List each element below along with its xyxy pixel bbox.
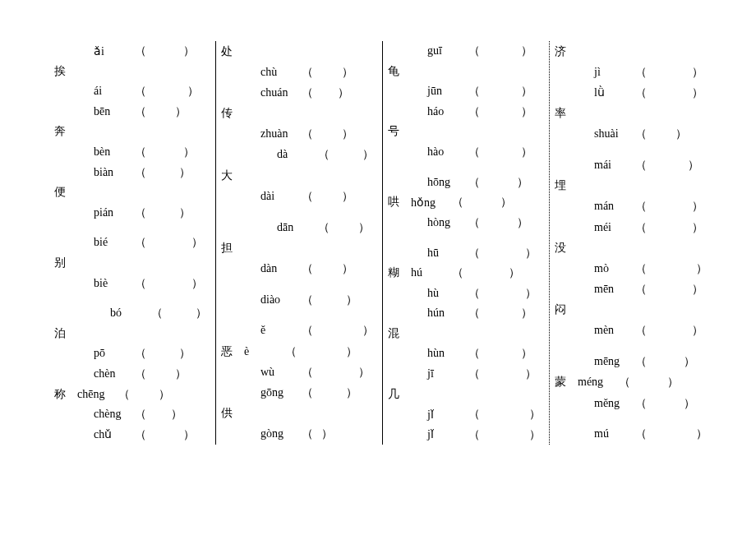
pinyin-label: ǎi <box>71 44 135 58</box>
paren-open: （ <box>468 427 480 442</box>
entry-row: hùn（） <box>383 344 541 364</box>
paren-close: ） <box>684 354 695 369</box>
paren-open: （ <box>635 65 647 80</box>
paren-open: （ <box>635 323 647 338</box>
paren-open: （ <box>302 365 313 380</box>
column-3: guī（）龟 jūn（） háo（）号 hào（） hōng（）哄hǒng（） … <box>383 41 550 445</box>
pinyin-label: chǔ <box>71 427 135 441</box>
entry-row: ǎi（） <box>49 41 207 62</box>
paren-close: ） <box>342 127 353 141</box>
pinyin-label: mú <box>571 427 635 440</box>
paren-open: （ <box>635 199 647 214</box>
paren-open: （ <box>635 396 647 411</box>
entry-row: 埋 <box>550 176 708 196</box>
paren-close: ） <box>684 396 695 411</box>
paren-open: （ <box>635 282 647 297</box>
hanzi-char: 号 <box>383 124 404 139</box>
hanzi-char: 担 <box>216 241 237 256</box>
spacer <box>216 206 374 217</box>
entry-row: 闷 <box>550 300 708 321</box>
paren-open: （ <box>135 84 146 99</box>
pinyin-label: hùn <box>404 347 468 360</box>
paren-close: ） <box>525 246 537 261</box>
entry-row: 哄hǒng（） <box>383 192 541 213</box>
entry-row: hū（） <box>383 242 541 263</box>
paren-open: （ <box>468 175 480 190</box>
paren-close: ） <box>362 147 374 162</box>
paren-close: ） <box>338 85 349 100</box>
pinyin-label: hù <box>404 287 468 300</box>
pinyin-label: dān <box>237 221 318 234</box>
pinyin-label: dàn <box>237 262 302 275</box>
paren-close: ） <box>667 375 679 390</box>
paren-open: （ <box>635 220 647 235</box>
entry-row: měng（） <box>550 393 708 413</box>
paren-close: ） <box>179 346 191 361</box>
paren-close: ） <box>517 215 528 230</box>
paren-close: ） <box>692 65 703 80</box>
paren-open: （ <box>468 215 480 230</box>
entry-row: ě（） <box>216 321 374 341</box>
hanzi-char: 埋 <box>550 178 571 193</box>
paren-open: （ <box>135 407 146 422</box>
hanzi-char: 处 <box>216 44 237 59</box>
hanzi-char: 蒙 <box>550 375 571 390</box>
hanzi-char: 几 <box>383 387 404 402</box>
paren-close: ） <box>517 175 528 190</box>
entry-row: dàn（） <box>216 258 374 279</box>
paren-open: （ <box>135 44 146 58</box>
entry-row: shuài（） <box>550 124 708 145</box>
paren-close: ） <box>692 220 703 235</box>
paren-open: （ <box>135 427 146 442</box>
pinyin-label: hòng <box>404 216 468 229</box>
entry-row: 号 <box>383 122 541 142</box>
hanzi-char: 称 <box>49 387 71 402</box>
paren-open: （ <box>302 189 313 204</box>
pinyin-label: pián <box>71 206 135 219</box>
pinyin-label: mái <box>571 159 635 172</box>
paren-open: （ <box>285 344 297 359</box>
paren-close: ） <box>362 323 374 338</box>
pinyin-label: chuán <box>237 86 302 99</box>
paren-open: （ <box>135 346 146 361</box>
hanzi-char: 糊 <box>383 265 404 280</box>
entry-row: diào（） <box>216 289 374 310</box>
paren-open: （ <box>452 265 463 280</box>
pinyin-label: hū <box>404 247 468 260</box>
paren-open: （ <box>468 246 480 261</box>
entry-row: pō（） <box>49 344 207 364</box>
pinyin-label: mò <box>571 262 635 275</box>
entry-row: 别 <box>49 253 207 274</box>
entry-row: 龟 <box>383 62 541 82</box>
spacer <box>49 223 207 233</box>
entry-row: hù（） <box>383 284 541 304</box>
entry-row: mèn（） <box>550 321 708 341</box>
entry-row: jǐ（） <box>383 424 541 445</box>
entry-row: 奔 <box>49 122 207 142</box>
entry-row: mán（） <box>550 196 708 217</box>
entry-row: hào（） <box>383 142 541 163</box>
pinyin-label: jī <box>404 367 468 380</box>
paren-close: ） <box>529 427 541 442</box>
entry-row: 称chēng（） <box>49 384 207 404</box>
entry-row: 担 <box>216 238 374 258</box>
pinyin-label: mán <box>571 200 635 213</box>
entry-row: chèng（） <box>49 404 207 425</box>
hanzi-char: 混 <box>383 326 404 341</box>
paren-open: （ <box>468 145 480 159</box>
pinyin-label: dài <box>237 190 302 203</box>
pinyin-label: mèn <box>571 324 635 337</box>
entry-row: bié（） <box>49 233 207 253</box>
paren-close: ） <box>675 127 687 141</box>
pinyin-label: hú <box>404 266 452 279</box>
entry-row: gòng（） <box>216 424 374 445</box>
entry-row: dān（） <box>216 217 374 238</box>
entry-row: bèn（） <box>49 142 207 163</box>
pinyin-label: shuài <box>571 127 635 141</box>
paren-close: ） <box>525 367 537 381</box>
paren-open: （ <box>635 261 647 276</box>
paren-close: ） <box>191 276 203 291</box>
pinyin-label: jǐ <box>404 427 468 441</box>
pinyin-label: bié <box>71 236 135 249</box>
paren-close: ） <box>521 346 532 361</box>
